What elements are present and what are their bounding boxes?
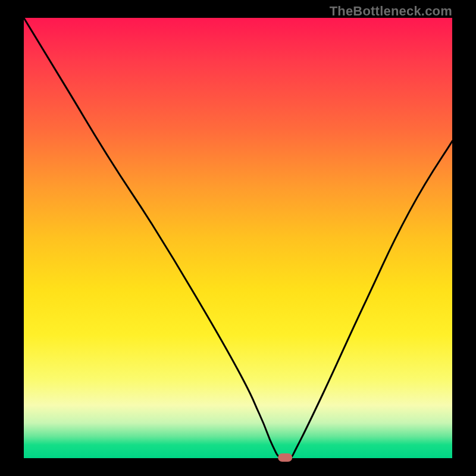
optimum-marker: [278, 453, 292, 462]
watermark-text: TheBottleneck.com: [330, 4, 452, 19]
bottleneck-curve: [24, 18, 452, 461]
bottleneck-curve-svg: [24, 18, 452, 458]
chart-stage: TheBottleneck.com: [0, 0, 476, 476]
plot-area: [24, 18, 452, 458]
